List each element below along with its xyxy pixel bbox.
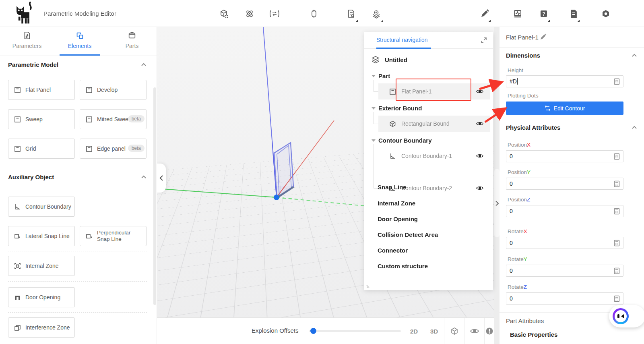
pencil-icon[interactable] — [479, 8, 490, 19]
collapse-chevron-icon[interactable] — [632, 125, 637, 131]
library-item-contour-boundary[interactable]: Contour Boundary — [8, 197, 75, 217]
isometric-view-button[interactable] — [444, 318, 464, 344]
position-z-input[interactable]: 0 — [506, 205, 623, 217]
edit-contour-icon — [545, 105, 551, 111]
swap-arrows-icon[interactable] — [269, 8, 280, 19]
nav-item-label: Rectangular Bound — [401, 120, 476, 127]
nav-category-internal-zone[interactable]: Internal Zone — [378, 200, 415, 207]
edit-contour-button[interactable]: Edit Contour — [506, 102, 623, 115]
collapse-chevron-icon[interactable] — [141, 174, 147, 180]
eye-icon[interactable] — [476, 152, 483, 160]
eye-icon[interactable] — [476, 88, 483, 95]
position-y-value: 0 — [510, 180, 513, 187]
panel-resize-handle[interactable] — [366, 283, 371, 288]
library-item-perpendicular-snap-line[interactable]: Perpendicular Snap Line — [80, 226, 147, 246]
explosion-offsets-slider[interactable] — [309, 330, 401, 332]
nav-group-part[interactable]: Part — [372, 73, 390, 79]
view-2d-label: 2D — [410, 328, 418, 335]
sidebar-tabs: Parameters Elements Parts — [0, 27, 157, 56]
height-input[interactable]: #D — [506, 75, 623, 87]
nav-item-label: Flat Panel-1 — [401, 88, 476, 95]
library-item-label: Internal Zone — [25, 263, 59, 269]
calculator-icon[interactable] — [614, 78, 620, 85]
rotate-x-label: RotateX — [508, 228, 527, 234]
library-item-develop[interactable]: Develop — [80, 80, 147, 100]
rotate-y-input[interactable]: 0 — [506, 265, 623, 277]
calculator-icon[interactable] — [614, 267, 620, 274]
cube-grid-icon[interactable] — [219, 8, 230, 19]
calculator-icon[interactable] — [614, 240, 620, 247]
rotate-z-input[interactable]: 0 — [506, 292, 623, 305]
certificate-icon[interactable] — [371, 8, 382, 19]
nav-category-connector[interactable]: Connector — [378, 247, 408, 254]
rotate-z-label: RotateZ — [508, 284, 527, 290]
rename-pencil-icon[interactable] — [540, 33, 547, 40]
nav-category-door-opening[interactable]: Door Opening — [378, 216, 418, 222]
activity-monitor-icon[interactable] — [512, 8, 523, 19]
nav-root-item[interactable]: Untitled — [372, 56, 407, 64]
nav-group-label: Part — [378, 73, 390, 79]
library-item-internal-zone[interactable]: Internal Zone — [8, 256, 75, 276]
nav-item-contour-boundary-1[interactable]: Contour Boundary-1 — [378, 148, 490, 164]
tab-parts-label: Parts — [126, 43, 139, 49]
left-sidebar: Parameters Elements Parts Parametric Mod… — [0, 27, 157, 344]
document-gear-icon[interactable] — [345, 8, 357, 19]
library-item-edge-panel[interactable]: Edge panel beta — [80, 139, 147, 159]
nav-category-snap-line-final[interactable]: Snap Line — [378, 184, 407, 191]
view-2d-button[interactable]: 2D — [404, 318, 424, 344]
toolbar-divider — [333, 5, 333, 22]
nav-category-custom-structure[interactable]: Custom structure — [378, 263, 428, 269]
tab-parts[interactable]: Parts — [110, 31, 154, 49]
section-parametric-model: Parametric Model — [8, 61, 58, 68]
assistant-button[interactable] — [609, 305, 644, 327]
atom-icon[interactable] — [244, 8, 255, 19]
slider-thumb[interactable] — [310, 328, 316, 334]
rotate-y-label: RotateY — [508, 256, 527, 262]
nav-item-rectangular-bound[interactable]: Rectangular Bound — [378, 116, 490, 132]
nav-group-exterior-bound[interactable]: Exterior Bound — [372, 105, 422, 112]
nut-icon[interactable] — [600, 8, 611, 19]
position-x-input[interactable]: 0 — [506, 150, 623, 162]
library-item-label: Develop — [97, 87, 118, 93]
eye-icon[interactable] — [476, 184, 483, 192]
tab-parameters[interactable]: Parameters — [5, 31, 49, 49]
warning-button[interactable] — [484, 318, 494, 344]
tab-elements[interactable]: Elements — [58, 31, 102, 49]
library-item-door-opening[interactable]: Door Opening — [8, 287, 75, 307]
library-item-mitred-sweep[interactable]: Mitred Swee beta — [80, 109, 147, 129]
dropdown-caret — [356, 20, 358, 22]
nav-title-tab[interactable]: Structural navigation — [376, 37, 428, 43]
dropdown-caret — [381, 20, 383, 22]
inspector-collapse-handle[interactable] — [494, 199, 500, 207]
explosion-offsets-label: Explosion Offsets — [252, 327, 298, 334]
eye-icon[interactable] — [476, 120, 483, 127]
calculator-icon[interactable] — [614, 208, 620, 215]
rotate-x-input[interactable]: 0 — [506, 237, 623, 249]
calculator-icon[interactable] — [614, 153, 620, 160]
library-item-sweep[interactable]: Sweep — [8, 109, 75, 129]
link-icon[interactable] — [308, 8, 320, 19]
calculator-icon[interactable] — [614, 180, 620, 187]
nav-group-contour-boundary[interactable]: Contour Boundary — [372, 137, 432, 144]
collapse-chevron-icon[interactable] — [632, 53, 637, 58]
sidebar-scrollbar[interactable] — [153, 87, 156, 305]
library-item-grid[interactable]: Grid — [8, 139, 75, 159]
library-item-flat-panel[interactable]: Flat Panel — [8, 80, 75, 100]
collapse-chevron-icon[interactable] — [141, 62, 147, 68]
expand-panel-icon[interactable] — [480, 37, 487, 44]
calculator-icon[interactable] — [614, 295, 620, 302]
library-item-lateral-snap-line[interactable]: Lateral Snap Line — [8, 226, 75, 246]
bounding-cube-icon — [389, 120, 396, 127]
help-icon[interactable]: ? — [538, 8, 549, 19]
nav-group-label: Exterior Bound — [378, 105, 422, 112]
library-item-interference-zone[interactable]: Interference Zone — [8, 317, 75, 338]
document-icon[interactable] — [568, 8, 579, 19]
nav-category-collision-detect-area[interactable]: Collision Detect Area — [378, 231, 438, 238]
inspector-scroll-strip[interactable] — [494, 27, 500, 344]
position-y-input[interactable]: 0 — [506, 178, 623, 190]
view-3d-button[interactable]: 3D — [424, 318, 444, 344]
sidebar-collapse-handle[interactable] — [157, 164, 166, 193]
visibility-button[interactable] — [464, 318, 484, 344]
nav-item-flat-panel-1[interactable]: Flat Panel-1 — [378, 83, 490, 99]
flat-panel-icon — [389, 88, 396, 95]
